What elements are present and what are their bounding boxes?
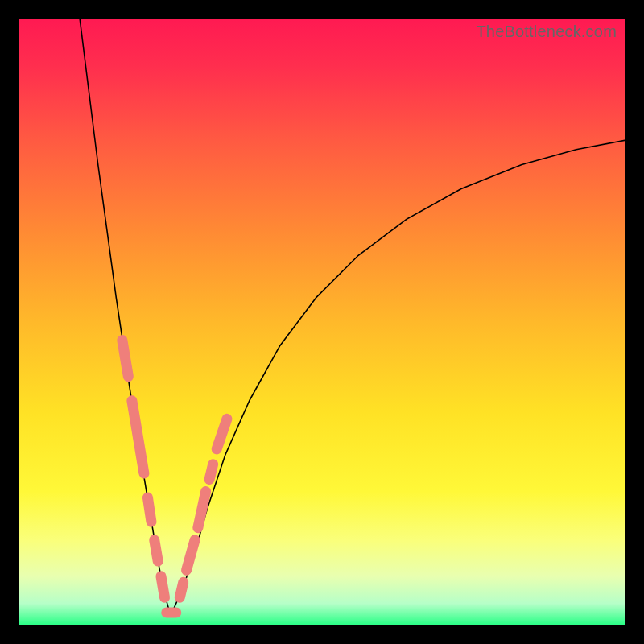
plot-area: TheBottleneck.com — [19, 19, 625, 625]
highlight-segment-1 — [132, 401, 144, 473]
highlight-segment-2 — [147, 497, 151, 522]
curve-left-arm — [80, 19, 171, 616]
highlight-segment-8 — [198, 492, 206, 528]
highlight-segment-4 — [161, 576, 165, 597]
highlight-segment-3 — [155, 540, 159, 561]
chart-svg — [19, 19, 625, 625]
highlight-segment-10 — [217, 419, 227, 449]
highlight-segment-6 — [180, 582, 184, 597]
highlight-segment-0 — [122, 341, 129, 377]
curve-right-arm — [171, 140, 625, 615]
highlight-segment-7 — [187, 540, 196, 571]
chart-frame: TheBottleneck.com — [0, 0, 644, 644]
highlight-segment-9 — [209, 464, 213, 480]
